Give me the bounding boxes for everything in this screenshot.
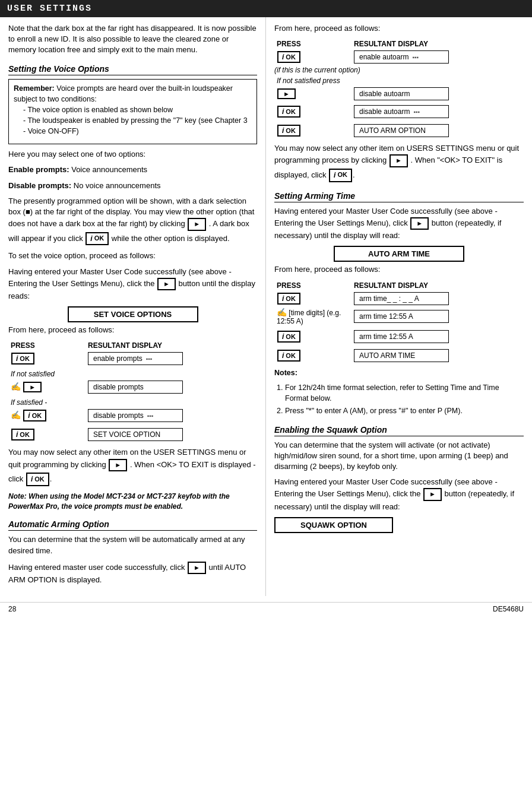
page-number: 28 [8, 605, 16, 613]
arrow-button-inline[interactable]: ► [188, 218, 206, 230]
arrow-button-disable[interactable]: ► [23, 382, 42, 392]
disable-autoarm-result1: disable autoarm [354, 87, 449, 100]
squawk-section-title: Enabling the Squawk Option [274, 425, 524, 436]
arrow-button-you-may[interactable]: ► [109, 459, 127, 471]
right-from-here: From here, proceed as follows: [274, 23, 524, 34]
notes-section: Notes: For 12h/24h time format selection… [274, 368, 524, 417]
ok-button-right-r1[interactable]: iOK [277, 51, 300, 63]
auto-arm-text2: Having entered master user code successf… [8, 561, 257, 586]
bullet-list: The voice option is enabled as shown bel… [14, 104, 252, 137]
set-voice-options-display: SET VOICE OPTIONS [68, 306, 198, 322]
arrow-button-auto-arm[interactable]: ► [188, 562, 206, 574]
auto-arm-section-title: Automatic Arming Option [8, 519, 257, 531]
arming-time-section-title: Setting Arming Time [274, 191, 524, 202]
ok-button-right-exit[interactable]: iOK [329, 169, 352, 182]
right-you-may-now: You may now select any other item on USE… [274, 143, 524, 182]
voice-press-table: PRESS RESULTANT DISPLAY iOK enable promp… [8, 340, 257, 442]
having-entered-text: Having entered your Master User Code suc… [8, 267, 257, 302]
ok-button-arming-r3[interactable]: iOK [277, 350, 300, 362]
doc-number: DE5468U [493, 605, 524, 613]
auto-arm-text1: You can determine that the system will b… [8, 534, 257, 556]
options-intro: Here you may select one of two options: [8, 149, 257, 160]
page-header: USER SETTINGS [0, 0, 532, 17]
arm-time-example-result2: arm time 12:55 A [354, 330, 449, 343]
ok-button-arming-r2[interactable]: iOK [277, 331, 300, 343]
auto-arm-option-result: AUTO ARM OPTION [354, 124, 449, 137]
auto-arm-time-result: AUTO ARM TIME [354, 349, 449, 362]
right-press-col-header: PRESS [274, 39, 352, 49]
bullet-item: The voice option is enabled as shown bel… [23, 104, 252, 115]
notes-title: Notes: [274, 368, 524, 379]
disable-autoarm-result2: disable autoarm [354, 105, 449, 118]
disable-prompts-result2: disable prompts [88, 409, 183, 422]
notes-list: For 12h/24h time format selection, refer… [274, 383, 524, 417]
set-voice-option-result: SET VOICE OPTION [88, 428, 183, 441]
disable-prompts-result1: disable prompts [88, 381, 183, 394]
disable-prompts-text: Disable prompts: No voice announcements [8, 180, 257, 191]
ok-button-row1[interactable]: iOK [11, 353, 34, 365]
ok-button-exit[interactable]: iOK [26, 473, 49, 486]
right-result-col-header: RESULTANT DISPLAY [352, 39, 524, 49]
enable-prompts-text: Enable prompts: Voice announcements [8, 164, 257, 175]
enable-autoarm-result: enable autoarm [354, 50, 449, 64]
ok-button-set-voice[interactable]: iOK [11, 429, 34, 440]
right-if-not-satisfied: If not satisfied press [277, 77, 340, 85]
bullet-item: The loudspeaker is enabled by pressing t… [23, 115, 252, 137]
arrow-button-arming[interactable]: ► [410, 217, 429, 230]
voice-section-title: Setting the Voice Options [8, 64, 257, 75]
squawk-text1: You can determine that the system will a… [274, 440, 524, 473]
arming-result-header: RESULTANT DISPLAY [352, 280, 524, 291]
right-column: From here, proceed as follows: PRESS RES… [266, 17, 532, 596]
remember-box: Remember: Voice prompts are heard over t… [8, 79, 257, 145]
if-satisfied-label: If satisfied - [11, 398, 47, 407]
autoarm-press-table: PRESS RESULTANT DISPLAY iOK enable autoa… [274, 39, 524, 138]
ok-button-arming-r1[interactable]: iOK [277, 293, 300, 305]
remember-label: Remember: [14, 84, 55, 93]
page-footer: 28 DE5468U [0, 602, 532, 616]
right-if-this-current: (if this is the current option) [274, 65, 524, 75]
you-may-now-text: You may now select any other item on the… [8, 447, 257, 486]
ok-button-right-r2[interactable]: iOK [277, 106, 300, 118]
arrow-button-right-disable[interactable]: ► [277, 88, 296, 99]
arming-press-header: PRESS [274, 280, 352, 291]
ok-button-inline[interactable]: iOK [86, 232, 109, 246]
arm-time-example-result1: arm time 12:55 A [354, 310, 449, 323]
set-voice-intro: To set the voice option, proceed as foll… [8, 251, 257, 261]
if-not-satisfied-label: If not satisfied [11, 370, 55, 378]
arming-from-here: From here, proceed as follows: [274, 264, 524, 275]
arrow-button-squawk[interactable]: ► [423, 488, 442, 500]
left-column: Note that the dark box at the far right … [0, 17, 266, 596]
note-mct-text: Note: When using the Model MCT-234 or MC… [8, 492, 257, 512]
intro-text: Note that the dark box at the far right … [8, 23, 257, 56]
squawk-text2: Having entered your Master User Code suc… [274, 477, 524, 512]
auto-arm-time-display: AUTO ARM TIME [334, 246, 464, 262]
arrow-button-voice[interactable]: ► [157, 278, 176, 290]
time-digits-note: [time digits] (e.g. 12:55 A) [277, 309, 341, 325]
arm-time-blank-result: arm time_ _ : _ _ A [354, 292, 449, 305]
squawk-option-display: SQUAWK OPTION [274, 517, 393, 533]
ok-button-right-r3[interactable]: iOK [277, 125, 300, 137]
note-item-1: For 12h/24h time format selection, refer… [285, 383, 524, 404]
enable-prompts-result: enable prompts [88, 352, 183, 365]
programmed-text: The presently programmed option will be … [8, 196, 257, 246]
arrow-button-right-quit[interactable]: ► [390, 154, 408, 167]
result-col-header: RESULTANT DISPLAY [86, 340, 257, 351]
ok-button-satisfied[interactable]: iOK [23, 410, 46, 421]
from-here-label: From here, proceed as follows: [8, 325, 257, 335]
arming-time-press-table: PRESS RESULTANT DISPLAY iOK arm time_ _ … [274, 280, 524, 363]
arming-having-entered: Having entered your Master User Code suc… [274, 206, 524, 242]
press-col-header: PRESS [8, 340, 86, 351]
note-item-2: Press "*" to enter A (AM), or press "#" … [285, 406, 524, 417]
